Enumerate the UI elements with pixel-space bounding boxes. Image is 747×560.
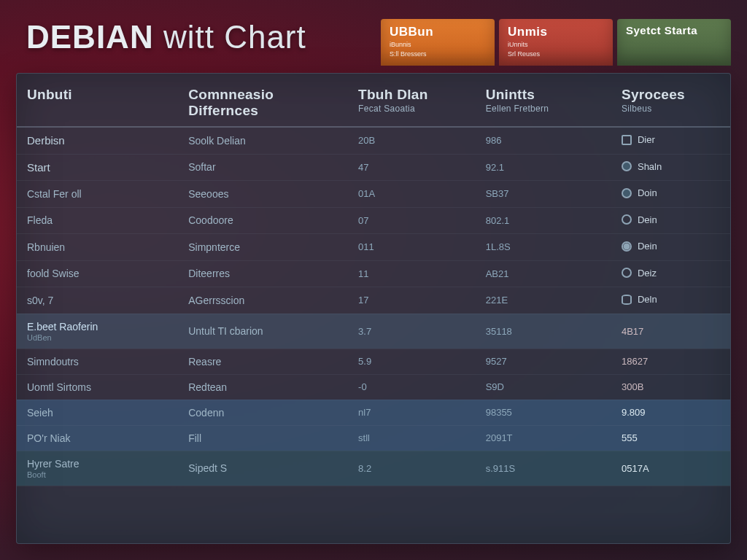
cell-value: 17 bbox=[348, 287, 476, 314]
status-cell: Deln bbox=[611, 287, 730, 314]
row-label: Rbnuien bbox=[17, 234, 178, 261]
tab-label: Syetct Starta bbox=[626, 25, 724, 36]
row-label: Derbisn bbox=[17, 127, 178, 154]
tab-bar: UBBun iBunnis S:ll Bressers Unmis iUnnit… bbox=[381, 15, 731, 66]
cell-value: 07 bbox=[348, 207, 476, 234]
status-cell: Doin bbox=[611, 181, 730, 208]
status-text: Dier bbox=[638, 134, 655, 145]
dot-icon bbox=[622, 188, 632, 198]
db-icon bbox=[622, 295, 632, 305]
status-text: Doin bbox=[638, 187, 657, 198]
row-label: Cstal Fer oll bbox=[17, 181, 178, 208]
cell-value: 11 bbox=[348, 260, 476, 287]
status-text: Dein bbox=[638, 214, 657, 225]
tab-sub: iUnnits bbox=[508, 41, 605, 49]
col-head-1[interactable]: Comnneasio Differnces bbox=[178, 74, 348, 127]
cell-value: 92.1 bbox=[476, 154, 611, 181]
cell-value: 35118 bbox=[476, 314, 611, 349]
table-row[interactable]: PO'r NiakFillstll2091T555 bbox=[17, 425, 730, 451]
status-cell: 555 bbox=[611, 425, 730, 451]
table-row[interactable]: SeiehCodennnl7983559.809 bbox=[17, 400, 730, 425]
cell-value: stll bbox=[348, 425, 476, 451]
table-row[interactable]: StartSoftar4792.1Shaln bbox=[17, 154, 730, 181]
status-badge: Dein bbox=[622, 241, 657, 252]
row-desc: Redtean bbox=[178, 374, 348, 400]
status-badge: Doin bbox=[622, 187, 657, 198]
circle-icon bbox=[622, 214, 632, 225]
page-title: DEBIAN witt Chart bbox=[16, 15, 381, 55]
cell-value: s.911S bbox=[476, 451, 611, 486]
table-row[interactable]: FledaCoodoore07802.1Dein bbox=[17, 207, 730, 234]
col-head-4[interactable]: SyroceesSilbeus bbox=[611, 74, 730, 127]
col-head-2[interactable]: Tbuh DlanFecat Saoatia bbox=[348, 74, 476, 127]
status-text: Deiz bbox=[638, 268, 657, 279]
status-text: Deln bbox=[638, 294, 657, 305]
row-desc: AGerrsscion bbox=[178, 287, 348, 314]
cell-value: 5.9 bbox=[348, 349, 476, 374]
cell-value: 98355 bbox=[476, 400, 611, 425]
cell-value: 986 bbox=[476, 127, 611, 154]
table-row[interactable]: foold SwiseDiteerres11AB21Deiz bbox=[17, 260, 730, 287]
row-desc: Codenn bbox=[178, 400, 348, 425]
cell-value: 01A bbox=[348, 181, 476, 208]
table-row[interactable]: Uomtl SirtomsRedtean-0S9D300B bbox=[17, 374, 730, 400]
status-cell: Dein bbox=[611, 234, 730, 261]
col-head-0[interactable]: Unbuti bbox=[17, 74, 178, 127]
cell-value: 47 bbox=[348, 154, 476, 181]
table-row[interactable]: s0v, 7AGerrsscion17221EDeln bbox=[17, 287, 730, 314]
table-row[interactable]: Cstal Fer ollSeeooes01ASB37Doin bbox=[17, 181, 730, 208]
col-head-3[interactable]: UninttsEellen Fretbern bbox=[476, 74, 611, 127]
status-cell: 9.809 bbox=[611, 400, 730, 425]
tab-sub: iBunnis bbox=[390, 41, 487, 49]
title-mid: witt bbox=[163, 19, 214, 55]
tab-units[interactable]: Unmis iUnnits Srl Reuses bbox=[499, 19, 613, 66]
row-label: Simndoutrs bbox=[17, 349, 178, 374]
cell-value: 8.2 bbox=[348, 451, 476, 486]
table-header-row: Unbuti Comnneasio Differnces Tbuh DlanFe… bbox=[17, 74, 730, 127]
status-cell: 18627 bbox=[611, 349, 730, 374]
row-label: Seieh bbox=[17, 400, 178, 425]
status-cell: Deiz bbox=[611, 260, 730, 287]
row-sublabel: Booft bbox=[27, 470, 168, 479]
status-badge: Dein bbox=[622, 214, 657, 225]
comparison-table: Unbuti Comnneasio Differnces Tbuh DlanFe… bbox=[17, 74, 730, 486]
table-row[interactable]: Hyrer SatreBooftSipedt S8.2s.911S0517A bbox=[17, 451, 730, 486]
row-desc: Diteerres bbox=[178, 260, 348, 287]
row-label: Hyrer SatreBooft bbox=[17, 451, 178, 486]
row-desc: Fill bbox=[178, 425, 348, 451]
square-icon bbox=[622, 135, 632, 145]
title-end: Chart bbox=[224, 19, 306, 55]
tab-label: Unmis bbox=[508, 25, 605, 39]
cell-value: 9527 bbox=[476, 349, 611, 374]
cell-value: 011 bbox=[348, 234, 476, 261]
circle-icon bbox=[622, 268, 632, 278]
row-label: Fleda bbox=[17, 207, 178, 234]
status-badge: Dier bbox=[622, 134, 655, 145]
tab-sub: S:ll Bressers bbox=[390, 50, 487, 58]
status-cell: Dein bbox=[611, 207, 730, 234]
row-label: s0v, 7 bbox=[17, 287, 178, 314]
table-row[interactable]: RbnuienSimpnterce0111L.8SDein bbox=[17, 234, 730, 261]
cell-value: 3.7 bbox=[348, 314, 476, 349]
tab-system-start[interactable]: Syetct Starta bbox=[617, 19, 731, 66]
cell-value: 802.1 bbox=[476, 207, 611, 234]
table-row[interactable]: SimndoutrsReasre5.9952718627 bbox=[17, 349, 730, 374]
tab-ubuntu[interactable]: UBBun iBunnis S:ll Bressers bbox=[381, 19, 495, 66]
cell-value: 221E bbox=[476, 287, 611, 314]
tab-sub: Srl Reuses bbox=[508, 50, 605, 58]
row-desc: Untult TI cbarion bbox=[178, 314, 348, 349]
tab-label: UBBun bbox=[390, 25, 487, 39]
table-row[interactable]: E.beet RaoferinUdBenUntult TI cbarion3.7… bbox=[17, 314, 730, 349]
status-text: Shaln bbox=[638, 161, 662, 172]
cell-value: 2091T bbox=[476, 425, 611, 451]
row-label: foold Swise bbox=[17, 260, 178, 287]
row-label: E.beet RaoferinUdBen bbox=[17, 314, 178, 349]
status-badge: Deln bbox=[622, 294, 657, 305]
comparison-table-panel: Unbuti Comnneasio Differnces Tbuh DlanFe… bbox=[16, 73, 731, 544]
dot-icon bbox=[622, 161, 632, 171]
row-desc: Reasre bbox=[178, 349, 348, 374]
table-row[interactable]: DerbisnSoolk Delian20B986Dier bbox=[17, 127, 730, 154]
cell-value: -0 bbox=[348, 374, 476, 400]
status-cell: Shaln bbox=[611, 154, 730, 181]
status-cell: 4B17 bbox=[611, 314, 730, 349]
